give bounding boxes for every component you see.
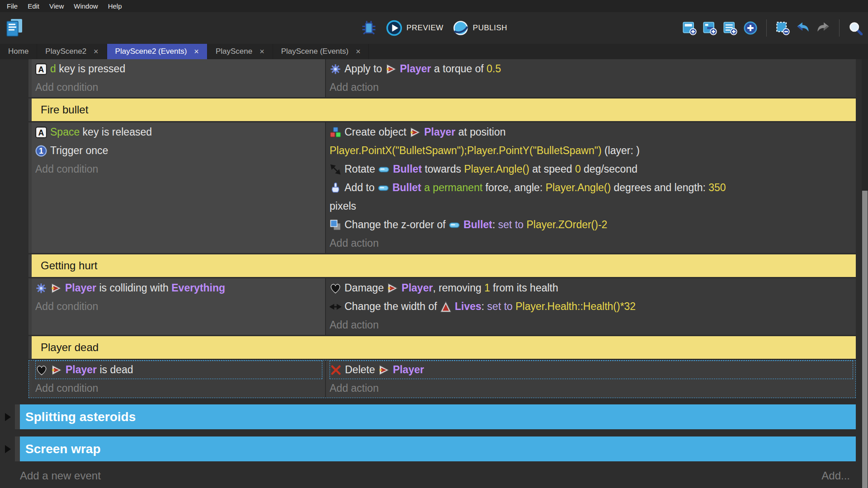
toolbar-center: PREVIEW PUBLISH — [361, 20, 507, 36]
comment-text[interactable]: Getting hurt — [32, 254, 856, 277]
event-row: ASpace key is released1Trigger onceAdd c… — [28, 122, 856, 253]
publish-button[interactable]: PUBLISH — [453, 20, 507, 36]
event-line[interactable]: Damage Player, removing 1 from its healt… — [330, 279, 856, 297]
group-collapse-arrow-icon[interactable] — [5, 413, 11, 421]
event-line[interactable]: Add to Bullet a permanent force, angle: … — [330, 178, 856, 197]
comment-row[interactable]: Getting hurt — [28, 254, 856, 277]
tab-close-icon[interactable]: × — [94, 47, 99, 56]
toolbar-separator — [839, 19, 840, 37]
tab-close-icon[interactable]: × — [356, 47, 361, 56]
tab-playscene2[interactable]: PlayScene2× — [37, 44, 107, 59]
event-line[interactable]: Player is colliding with Everything — [35, 279, 325, 297]
player-object-icon — [387, 282, 398, 294]
menu-help[interactable]: Help — [103, 0, 127, 12]
event-line[interactable]: Ad key is pressed — [35, 60, 325, 78]
menu-window[interactable]: Window — [69, 0, 103, 12]
scrollbar-thumb[interactable] — [862, 191, 868, 488]
player-object-icon — [378, 364, 390, 376]
search-icon[interactable] — [848, 21, 863, 35]
tab-close-icon[interactable]: × — [259, 47, 264, 56]
add-circle-icon[interactable] — [743, 21, 758, 35]
add-action-button[interactable]: Add action — [330, 78, 856, 97]
event-drag-handle[interactable] — [15, 436, 20, 461]
actions-cell: Apply to Player a torque of 0.5Add actio… — [326, 59, 856, 97]
event-drag-handle[interactable] — [28, 59, 32, 97]
text-segment: : — [492, 219, 498, 231]
text-segment: key is pressed — [56, 63, 125, 75]
event-drag-handle[interactable] — [28, 360, 32, 398]
add-condition-button[interactable]: Add condition — [35, 297, 325, 316]
group-collapse-arrow-icon[interactable] — [5, 445, 11, 453]
tab-label: PlayScene2 — [45, 47, 86, 56]
remove-event-icon[interactable] — [775, 21, 790, 35]
text-segment: 0 — [575, 163, 581, 175]
vertical-scrollbar[interactable] — [862, 59, 868, 488]
text-segment: Player — [65, 282, 96, 294]
tab-home[interactable]: Home — [0, 44, 37, 59]
event-drag-handle[interactable] — [28, 122, 32, 253]
conditions-cell: ASpace key is released1Trigger onceAdd c… — [32, 122, 325, 253]
text-segment: key is released — [80, 126, 152, 138]
event-line[interactable]: Apply to Player a torque of 0.5 — [330, 60, 856, 78]
event-drag-handle[interactable] — [15, 404, 20, 429]
tab-playscene[interactable]: PlayScene× — [208, 44, 273, 59]
event-line[interactable]: Create object Player at position — [330, 123, 856, 141]
add-action-button[interactable]: Add action — [330, 234, 856, 253]
group-title[interactable]: Splitting asteroids — [20, 404, 856, 429]
gdevelop-logo-icon[interactable] — [5, 18, 24, 38]
text-segment: Player — [66, 364, 97, 376]
text-segment: , removing — [433, 282, 484, 294]
add-comment-icon[interactable] — [723, 21, 737, 35]
event-drag-handle[interactable] — [28, 336, 32, 359]
event-line[interactable]: Change the width of Lives: set to Player… — [330, 297, 856, 316]
add-subevent-icon[interactable] — [703, 21, 717, 35]
text-segment: Player.ZOrder()-2 — [526, 219, 607, 231]
preview-button[interactable]: PREVIEW — [386, 20, 443, 36]
menu-edit[interactable]: Edit — [23, 0, 44, 12]
event-row: Player is colliding with EverythingAdd c… — [28, 278, 856, 335]
menu-view[interactable]: View — [44, 0, 69, 12]
group-row-splitting-asteroids[interactable]: Splitting asteroids — [15, 404, 856, 429]
event-line[interactable]: Player is dead — [35, 361, 322, 379]
text-segment: Player — [393, 364, 424, 376]
event-line[interactable]: ASpace key is released — [35, 123, 325, 141]
add-new-event-button[interactable]: Add a new event — [20, 469, 101, 482]
create-object-icon — [330, 127, 341, 138]
text-segment: Trigger once — [50, 145, 108, 157]
comment-text[interactable]: Fire bullet — [32, 99, 856, 121]
add-condition-button[interactable]: Add condition — [35, 78, 325, 97]
tab-label: PlayScene (Events) — [281, 47, 349, 56]
physics-engine-icon — [330, 63, 341, 75]
add-condition-button[interactable]: Add condition — [35, 379, 325, 398]
undo-icon[interactable] — [796, 21, 810, 35]
tab-playscene2-events-[interactable]: PlayScene2 (Events)× — [107, 44, 208, 59]
event-line[interactable]: Player.PointX("BulletSpawn");Player.Poin… — [330, 141, 856, 160]
add-event-icon[interactable] — [682, 21, 697, 35]
event-line[interactable]: 1Trigger once — [35, 141, 325, 160]
event-line[interactable]: Change the z-order of Bullet: set to Pla… — [330, 216, 856, 234]
redo-icon[interactable] — [816, 21, 830, 35]
event-line[interactable]: Rotate Bullet towards Player.Angle() at … — [330, 160, 856, 178]
tab-playscene-events-[interactable]: PlayScene (Events)× — [273, 44, 369, 59]
preview-play-icon — [386, 20, 402, 36]
debug-bug-icon[interactable] — [361, 20, 377, 36]
event-drag-handle[interactable] — [28, 254, 32, 277]
add-more-button[interactable]: Add... — [821, 469, 850, 482]
menu-file[interactable]: File — [2, 0, 23, 12]
add-action-button[interactable]: Add action — [330, 379, 856, 398]
event-line[interactable]: Delete Player — [330, 361, 853, 379]
text-segment: Damage — [344, 282, 387, 294]
group-title[interactable]: Screen wrap — [20, 436, 856, 461]
event-drag-handle[interactable] — [28, 278, 32, 335]
add-condition-button[interactable]: Add condition — [35, 160, 325, 178]
add-action-button[interactable]: Add action — [330, 316, 856, 334]
group-row-screen-wrap[interactable]: Screen wrap — [15, 436, 856, 461]
event-line[interactable]: pixels — [330, 197, 856, 216]
text-segment: Player.PointX("BulletSpawn");Player.Poin… — [330, 145, 602, 157]
comment-row[interactable]: Fire bullet — [28, 99, 856, 121]
comment-text[interactable]: Player dead — [32, 336, 856, 359]
comment-row[interactable]: Player dead — [28, 336, 856, 359]
tab-close-icon[interactable]: × — [194, 47, 199, 56]
event-drag-handle[interactable] — [28, 99, 32, 121]
tab-label: PlayScene — [216, 47, 252, 56]
